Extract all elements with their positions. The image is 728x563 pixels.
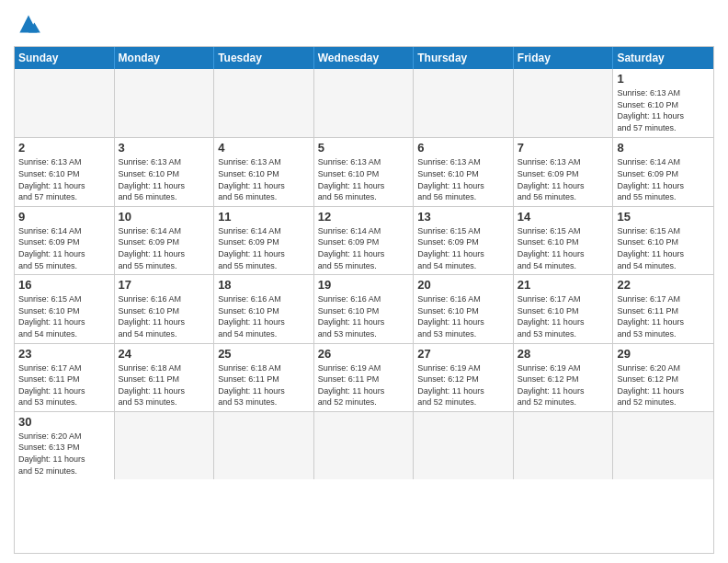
day-cell-23: 23Sunrise: 6:17 AM Sunset: 6:11 PM Dayli… <box>15 344 115 411</box>
day-cell-13: 13Sunrise: 6:15 AM Sunset: 6:09 PM Dayli… <box>414 207 514 274</box>
day-info: Sunrise: 6:14 AM Sunset: 6:09 PM Dayligh… <box>119 225 210 271</box>
day-cell-17: 17Sunrise: 6:16 AM Sunset: 6:10 PM Dayli… <box>115 275 215 342</box>
day-cell-4: 4Sunrise: 6:13 AM Sunset: 6:10 PM Daylig… <box>214 138 314 205</box>
day-number: 17 <box>119 278 210 292</box>
week-row-4: 23Sunrise: 6:17 AM Sunset: 6:11 PM Dayli… <box>15 343 713 411</box>
day-cell-8: 8Sunrise: 6:14 AM Sunset: 6:09 PM Daylig… <box>613 138 713 205</box>
day-cell-15: 15Sunrise: 6:15 AM Sunset: 6:10 PM Dayli… <box>613 207 713 274</box>
day-number: 20 <box>417 278 509 292</box>
day-number: 27 <box>417 347 509 361</box>
day-cell-22: 22Sunrise: 6:17 AM Sunset: 6:11 PM Dayli… <box>613 275 713 342</box>
calendar-body: 1Sunrise: 6:13 AM Sunset: 6:10 PM Daylig… <box>15 69 713 479</box>
day-number: 11 <box>218 210 310 224</box>
day-info: Sunrise: 6:13 AM Sunset: 6:10 PM Dayligh… <box>617 87 710 133</box>
day-cell-5: 5Sunrise: 6:13 AM Sunset: 6:10 PM Daylig… <box>314 138 415 205</box>
day-info: Sunrise: 6:20 AM Sunset: 6:13 PM Dayligh… <box>18 431 110 477</box>
day-number: 12 <box>318 210 410 224</box>
empty-cell-0-1 <box>115 69 215 137</box>
day-info: Sunrise: 6:20 AM Sunset: 6:12 PM Dayligh… <box>617 362 710 408</box>
day-info: Sunrise: 6:16 AM Sunset: 6:10 PM Dayligh… <box>318 293 410 339</box>
day-info: Sunrise: 6:16 AM Sunset: 6:10 PM Dayligh… <box>417 293 509 339</box>
week-row-3: 16Sunrise: 6:15 AM Sunset: 6:10 PM Dayli… <box>15 274 713 342</box>
header-day-saturday: Saturday <box>613 47 713 69</box>
day-number: 30 <box>18 415 110 429</box>
day-number: 6 <box>417 141 509 155</box>
day-cell-18: 18Sunrise: 6:16 AM Sunset: 6:10 PM Dayli… <box>214 275 314 342</box>
empty-cell-0-0 <box>15 69 115 137</box>
day-cell-26: 26Sunrise: 6:19 AM Sunset: 6:11 PM Dayli… <box>314 344 415 411</box>
empty-cell-5-4 <box>414 412 514 479</box>
calendar: SundayMondayTuesdayWednesdayThursdayFrid… <box>14 46 714 554</box>
header-day-monday: Monday <box>115 47 215 69</box>
day-cell-29: 29Sunrise: 6:20 AM Sunset: 6:12 PM Dayli… <box>613 344 713 411</box>
day-cell-6: 6Sunrise: 6:13 AM Sunset: 6:10 PM Daylig… <box>414 138 514 205</box>
day-info: Sunrise: 6:13 AM Sunset: 6:10 PM Dayligh… <box>18 156 110 202</box>
empty-cell-0-4 <box>414 69 514 137</box>
day-number: 26 <box>318 347 410 361</box>
header-day-sunday: Sunday <box>15 47 115 69</box>
day-number: 24 <box>119 347 210 361</box>
empty-cell-5-2 <box>214 412 314 479</box>
day-number: 23 <box>18 347 110 361</box>
day-info: Sunrise: 6:14 AM Sunset: 6:09 PM Dayligh… <box>218 225 310 271</box>
day-number: 13 <box>417 210 509 224</box>
empty-cell-0-3 <box>314 69 415 137</box>
day-cell-27: 27Sunrise: 6:19 AM Sunset: 6:12 PM Dayli… <box>414 344 514 411</box>
day-number: 22 <box>617 278 710 292</box>
empty-cell-5-5 <box>514 412 614 479</box>
page: SundayMondayTuesdayWednesdayThursdayFrid… <box>0 0 728 563</box>
day-number: 21 <box>518 278 609 292</box>
day-cell-2: 2Sunrise: 6:13 AM Sunset: 6:10 PM Daylig… <box>15 138 115 205</box>
day-number: 16 <box>18 278 110 292</box>
day-info: Sunrise: 6:18 AM Sunset: 6:11 PM Dayligh… <box>218 362 310 408</box>
day-number: 18 <box>218 278 310 292</box>
day-number: 8 <box>617 141 710 155</box>
day-number: 28 <box>518 347 609 361</box>
day-info: Sunrise: 6:18 AM Sunset: 6:11 PM Dayligh… <box>119 362 210 408</box>
day-number: 29 <box>617 347 710 361</box>
day-number: 2 <box>18 141 110 155</box>
day-info: Sunrise: 6:17 AM Sunset: 6:10 PM Dayligh… <box>518 293 609 339</box>
day-cell-30: 30Sunrise: 6:20 AM Sunset: 6:13 PM Dayli… <box>15 412 115 479</box>
day-info: Sunrise: 6:19 AM Sunset: 6:11 PM Dayligh… <box>318 362 410 408</box>
day-number: 14 <box>518 210 609 224</box>
day-number: 19 <box>318 278 410 292</box>
day-cell-3: 3Sunrise: 6:13 AM Sunset: 6:10 PM Daylig… <box>115 138 215 205</box>
day-info: Sunrise: 6:13 AM Sunset: 6:10 PM Dayligh… <box>417 156 509 202</box>
day-info: Sunrise: 6:16 AM Sunset: 6:10 PM Dayligh… <box>119 293 210 339</box>
day-cell-28: 28Sunrise: 6:19 AM Sunset: 6:12 PM Dayli… <box>514 344 614 411</box>
header-day-friday: Friday <box>514 47 614 69</box>
empty-cell-5-3 <box>314 412 415 479</box>
header <box>14 9 714 39</box>
header-day-tuesday: Tuesday <box>214 47 314 69</box>
day-number: 25 <box>218 347 310 361</box>
header-day-wednesday: Wednesday <box>314 47 415 69</box>
day-cell-11: 11Sunrise: 6:14 AM Sunset: 6:09 PM Dayli… <box>214 207 314 274</box>
day-info: Sunrise: 6:15 AM Sunset: 6:10 PM Dayligh… <box>18 293 110 339</box>
day-cell-9: 9Sunrise: 6:14 AM Sunset: 6:09 PM Daylig… <box>15 207 115 274</box>
week-row-2: 9Sunrise: 6:14 AM Sunset: 6:09 PM Daylig… <box>15 206 713 274</box>
day-info: Sunrise: 6:13 AM Sunset: 6:10 PM Dayligh… <box>119 156 210 202</box>
day-info: Sunrise: 6:13 AM Sunset: 6:10 PM Dayligh… <box>318 156 410 202</box>
empty-cell-5-1 <box>115 412 215 479</box>
day-cell-20: 20Sunrise: 6:16 AM Sunset: 6:10 PM Dayli… <box>414 275 514 342</box>
day-cell-14: 14Sunrise: 6:15 AM Sunset: 6:10 PM Dayli… <box>514 207 614 274</box>
day-info: Sunrise: 6:15 AM Sunset: 6:10 PM Dayligh… <box>617 225 710 271</box>
header-day-thursday: Thursday <box>414 47 514 69</box>
day-cell-1: 1Sunrise: 6:13 AM Sunset: 6:10 PM Daylig… <box>613 69 713 137</box>
day-info: Sunrise: 6:15 AM Sunset: 6:09 PM Dayligh… <box>417 225 509 271</box>
day-cell-10: 10Sunrise: 6:14 AM Sunset: 6:09 PM Dayli… <box>115 207 215 274</box>
day-cell-19: 19Sunrise: 6:16 AM Sunset: 6:10 PM Dayli… <box>314 275 415 342</box>
day-number: 1 <box>617 72 710 86</box>
logo-icon <box>14 9 43 39</box>
day-cell-25: 25Sunrise: 6:18 AM Sunset: 6:11 PM Dayli… <box>214 344 314 411</box>
empty-cell-0-5 <box>514 69 614 137</box>
day-info: Sunrise: 6:13 AM Sunset: 6:09 PM Dayligh… <box>518 156 609 202</box>
day-info: Sunrise: 6:14 AM Sunset: 6:09 PM Dayligh… <box>617 156 710 202</box>
logo <box>14 9 47 39</box>
day-number: 10 <box>119 210 210 224</box>
day-info: Sunrise: 6:19 AM Sunset: 6:12 PM Dayligh… <box>417 362 509 408</box>
day-info: Sunrise: 6:15 AM Sunset: 6:10 PM Dayligh… <box>518 225 609 271</box>
day-info: Sunrise: 6:16 AM Sunset: 6:10 PM Dayligh… <box>218 293 310 339</box>
calendar-header: SundayMondayTuesdayWednesdayThursdayFrid… <box>15 47 713 69</box>
